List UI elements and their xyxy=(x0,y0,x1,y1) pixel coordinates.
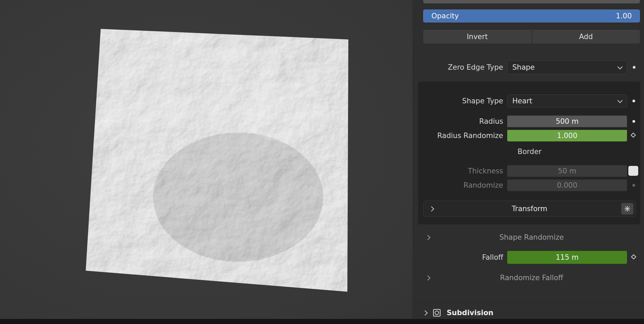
opacity-value: 1.00 xyxy=(616,12,632,20)
zero-edge-type-value: Shape xyxy=(512,63,535,71)
chevron-down-icon xyxy=(617,98,623,103)
border-randomize-value: 0.000 xyxy=(557,181,577,189)
thickness-value: 50 m xyxy=(558,167,576,175)
transform-title: Transform xyxy=(424,205,635,213)
bottom-bar xyxy=(0,319,644,324)
chevron-down-icon xyxy=(617,64,623,69)
zero-edge-type-dropdown[interactable]: Shape xyxy=(507,61,627,74)
subdivision-toggle-icon[interactable] xyxy=(432,308,441,317)
3d-viewport[interactable] xyxy=(0,0,413,324)
properties-panel: Opacity 1.00 Invert Add Zero Edge Type S… xyxy=(413,0,644,324)
randomize-falloff-title: Randomize Falloff xyxy=(423,274,640,282)
randomize-falloff-section-header[interactable]: Randomize Falloff xyxy=(423,273,640,283)
border-randomize-field[interactable]: 0.000 xyxy=(507,180,627,191)
panel-separator xyxy=(413,302,644,302)
terrain-shadow xyxy=(153,133,323,262)
radius-randomize-value: 1.000 xyxy=(557,132,577,140)
subdivision-section-header[interactable]: Subdivision xyxy=(423,306,640,320)
invert-add-button-row: Invert Add xyxy=(423,30,640,44)
shape-type-animate-dot-icon[interactable] xyxy=(632,100,635,102)
radius-label: Radius xyxy=(422,116,503,127)
transform-tool-button[interactable] xyxy=(621,203,633,215)
radius-value: 500 m xyxy=(556,117,578,125)
radius-randomize-label: Radius Randomize xyxy=(422,130,503,141)
shape-settings-box: Shape Type Heart Radius 500 m Radius Ran… xyxy=(418,82,640,224)
terrain-render xyxy=(0,0,413,324)
transform-axes-icon xyxy=(624,205,631,212)
shape-type-value: Heart xyxy=(512,97,532,105)
transform-section-header[interactable]: Transform xyxy=(423,201,636,217)
terrain-crater-floor xyxy=(242,82,330,143)
add-button[interactable]: Add xyxy=(532,30,640,44)
falloff-label: Falloff xyxy=(423,251,503,264)
radius-field[interactable]: 500 m xyxy=(507,116,627,127)
zero-edge-animate-dot-icon[interactable] xyxy=(633,66,635,69)
border-randomize-animate-dot-icon[interactable] xyxy=(632,184,635,187)
border-section-label: Border xyxy=(423,148,636,157)
subdivision-title: Subdivision xyxy=(447,309,493,317)
shape-randomize-section-header[interactable]: Shape Randomize xyxy=(423,233,640,242)
opacity-label: Opacity xyxy=(431,12,459,20)
clipped-slider-top[interactable] xyxy=(423,0,640,3)
falloff-keyframe-diamond-icon[interactable] xyxy=(631,254,637,260)
thickness-label: Thickness xyxy=(422,165,503,177)
radius-randomize-keyframe-diamond-icon[interactable] xyxy=(631,133,636,138)
opacity-slider[interactable]: Opacity 1.00 xyxy=(423,10,640,22)
zero-edge-type-label: Zero Edge Type xyxy=(423,61,503,74)
border-randomize-label: Randomize xyxy=(422,180,503,191)
shape-type-label: Shape Type xyxy=(422,95,503,107)
invert-button[interactable]: Invert xyxy=(423,30,531,44)
radius-animate-dot-icon[interactable] xyxy=(632,120,635,123)
radius-randomize-slider[interactable]: 1.000 xyxy=(507,130,627,141)
border-enable-checkbox[interactable] xyxy=(628,166,638,176)
falloff-value: 115 m xyxy=(556,253,578,261)
thickness-field[interactable]: 50 m xyxy=(507,165,627,177)
shape-randomize-title: Shape Randomize xyxy=(423,233,640,241)
shape-type-dropdown[interactable]: Heart xyxy=(507,95,627,107)
falloff-slider[interactable]: 115 m xyxy=(507,251,627,264)
chevron-right-icon xyxy=(423,310,428,316)
